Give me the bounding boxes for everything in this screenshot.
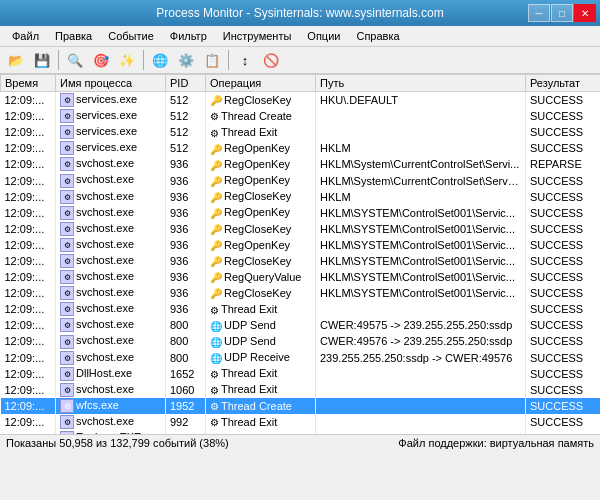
cell-result: SUCCESS (526, 285, 601, 301)
table-row[interactable]: 12:09:... ⚙services.exe 512 🔑RegOpenKey … (1, 140, 601, 156)
table-row[interactable]: 12:09:... ⚙svchost.exe 936 🔑RegOpenKey H… (1, 156, 601, 172)
toolbar-process-button[interactable]: ⚙️ (174, 49, 198, 71)
minimize-button[interactable]: ─ (528, 4, 550, 22)
col-header-pid[interactable]: PID (166, 75, 206, 92)
cell-path (316, 124, 526, 140)
table-row[interactable]: 12:09:... ⚙services.exe 512 ⚙Thread Exit… (1, 124, 601, 140)
menu-item-файл[interactable]: Файл (4, 28, 47, 44)
cell-path: HKLM (316, 189, 526, 205)
table-row[interactable]: 12:09:... ⚙services.exe 512 🔑RegCloseKey… (1, 92, 601, 109)
table-row[interactable]: 12:09:... ⚙svchost.exe 936 🔑RegCloseKey … (1, 253, 601, 269)
table-row[interactable]: 12:09:... ⚙wfcs.exe 1952 ⚙Thread Create … (1, 398, 601, 414)
table-row[interactable]: 12:09:... ⚙svchost.exe 936 ⚙Thread Exit … (1, 301, 601, 317)
table-row[interactable]: 12:09:... ⚙services.exe 512 ⚙Thread Crea… (1, 108, 601, 124)
cell-proc: ⚙services.exe (56, 140, 166, 156)
table-row[interactable]: 12:09:... ⚙DllHost.exe 1652 ⚙Thread Exit… (1, 366, 601, 382)
cell-time: 12:09:... (1, 92, 56, 109)
cell-time: 12:09:... (1, 172, 56, 188)
process-icon: ⚙ (60, 431, 74, 434)
cell-pid: 936 (166, 172, 206, 188)
table-row[interactable]: 12:09:... ⚙svchost.exe 936 🔑RegQueryValu… (1, 269, 601, 285)
col-header-time[interactable]: Время (1, 75, 56, 92)
toolbar-network-button[interactable]: 🌐 (148, 49, 172, 71)
table-row[interactable]: 12:09:... ⚙svchost.exe 936 🔑RegOpenKey H… (1, 205, 601, 221)
toolbar-search-button[interactable]: 🔍 (63, 49, 87, 71)
menu-item-инструменты[interactable]: Инструменты (215, 28, 300, 44)
cell-proc: ⚙svchost.exe (56, 382, 166, 398)
toolbar-save-button[interactable]: 💾 (30, 49, 54, 71)
cell-path: CWER:49575 -> 239.255.255.250:ssdp (316, 317, 526, 333)
op-icon: 🔑 (210, 272, 222, 283)
cell-time: 12:09:... (1, 398, 56, 414)
cell-path: HKLM\SYSTEM\ControlSet001\Servic... (316, 205, 526, 221)
cell-op: 🔑RegCloseKey (206, 92, 316, 109)
cell-path: HKLM\SYSTEM\ControlSet001\Servic... (316, 269, 526, 285)
table-row[interactable]: 12:09:... ⚙svchost.exe 936 🔑RegOpenKey H… (1, 172, 601, 188)
table-row[interactable]: 12:09:... ⚙svchost.exe 800 🌐UDP Send CWE… (1, 317, 601, 333)
menu-item-фильтр[interactable]: Фильтр (162, 28, 215, 44)
cell-pid: 936 (166, 205, 206, 221)
table-row[interactable]: 12:09:... ⚙svchost.exe 936 🔑RegCloseKey … (1, 189, 601, 205)
toolbar-filter-button[interactable]: 🎯 (89, 49, 113, 71)
toolbar-reg-button[interactable]: 📋 (200, 49, 224, 71)
table-row[interactable]: 12:09:... ⚙svchost.exe 800 🌐UDP Send CWE… (1, 333, 601, 349)
cell-time: 12:09:... (1, 205, 56, 221)
cell-pid: 936 (166, 301, 206, 317)
process-icon: ⚙ (60, 351, 74, 365)
col-header-proc[interactable]: Имя процесса (56, 75, 166, 92)
cell-proc: ⚙Explorer.EXE (56, 430, 166, 434)
toolbar: 📂 💾 🔍 🎯 ✨ 🌐 ⚙️ 📋 ↕ 🚫 (0, 47, 600, 74)
op-icon: ⚙ (210, 401, 219, 412)
cell-pid: 800 (166, 317, 206, 333)
table-row[interactable]: 12:09:... ⚙svchost.exe 936 🔑RegCloseKey … (1, 285, 601, 301)
process-icon: ⚙ (60, 415, 74, 429)
menu-item-опции[interactable]: Опции (299, 28, 348, 44)
process-table-container[interactable]: Время Имя процесса PID Операция Путь Рез… (0, 74, 600, 434)
cell-proc: ⚙svchost.exe (56, 285, 166, 301)
cell-pid: 1652 (166, 366, 206, 382)
close-button[interactable]: ✕ (574, 4, 596, 22)
window-frame: Process Monitor - Sysinternals: www.sysi… (0, 0, 600, 451)
table-row[interactable]: 12:09:... ⚙svchost.exe 936 🔑RegCloseKey … (1, 221, 601, 237)
cell-op: ⚙Thread Exit (206, 301, 316, 317)
table-row[interactable]: 12:09:... ⚙svchost.exe 992 ⚙Thread Exit … (1, 414, 601, 430)
process-icon: ⚙ (60, 286, 74, 300)
cell-op: 🔑RegCloseKey (206, 221, 316, 237)
op-icon: 🔑 (210, 288, 222, 299)
op-icon: 🔑 (210, 224, 222, 235)
cell-time: 12:09:... (1, 430, 56, 434)
cell-op: ⚙Thread Exit (206, 366, 316, 382)
toolbar-highlight-button[interactable]: ✨ (115, 49, 139, 71)
col-header-op[interactable]: Операция (206, 75, 316, 92)
cell-proc: ⚙services.exe (56, 92, 166, 109)
cell-time: 12:09:... (1, 124, 56, 140)
table-row[interactable]: 12:09:... ⚙Explorer.EXE 1324 ⚙Thread Exi… (1, 430, 601, 434)
cell-pid: 512 (166, 108, 206, 124)
cell-proc: ⚙DllHost.exe (56, 366, 166, 382)
process-icon: ⚙ (60, 254, 74, 268)
table-row[interactable]: 12:09:... ⚙svchost.exe 936 🔑RegOpenKey H… (1, 237, 601, 253)
toolbar-autoscroll-button[interactable]: ↕ (233, 49, 257, 71)
cell-result: SUCCESS (526, 205, 601, 221)
table-row[interactable]: 12:09:... ⚙svchost.exe 800 🌐UDP Receive … (1, 350, 601, 366)
cell-op: ⚙Thread Exit (206, 124, 316, 140)
cell-path: HKLM\SYSTEM\ControlSet001\Servic... (316, 285, 526, 301)
toolbar-clear-button[interactable]: 🚫 (259, 49, 283, 71)
maximize-button[interactable]: □ (551, 4, 573, 22)
col-header-path[interactable]: Путь (316, 75, 526, 92)
cell-path: HKLM\System\CurrentControlSet\Servi... (316, 156, 526, 172)
toolbar-open-button[interactable]: 📂 (4, 49, 28, 71)
table-row[interactable]: 12:09:... ⚙svchost.exe 1060 ⚙Thread Exit… (1, 382, 601, 398)
cell-pid: 936 (166, 285, 206, 301)
cell-pid: 936 (166, 189, 206, 205)
cell-proc: ⚙svchost.exe (56, 269, 166, 285)
menu-item-справка[interactable]: Справка (348, 28, 407, 44)
menu-item-событие[interactable]: Событие (100, 28, 162, 44)
cell-op: 🌐UDP Send (206, 333, 316, 349)
cell-path: CWER:49576 -> 239.255.255.250:ssdp (316, 333, 526, 349)
cell-proc: ⚙svchost.exe (56, 156, 166, 172)
status-bar: Показаны 50,958 из 132,799 событий (38%)… (0, 434, 600, 451)
menu-item-правка[interactable]: Правка (47, 28, 100, 44)
cell-time: 12:09:... (1, 221, 56, 237)
col-header-result[interactable]: Результат (526, 75, 601, 92)
